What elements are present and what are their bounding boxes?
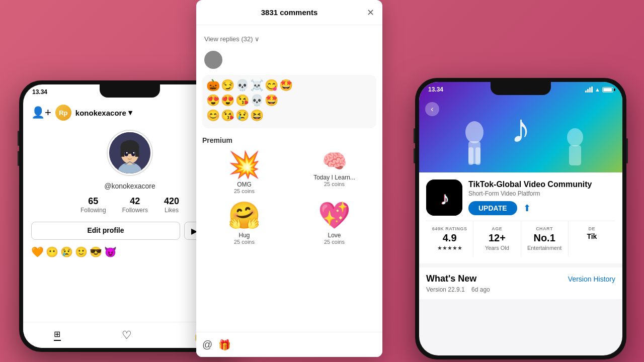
app-row: ♪ ♪ ♪ TikTok-Global Video Community Shor… [426, 179, 615, 216]
comment-input-bar: @ 🎁 [196, 332, 382, 357]
following-stat: 65 Following [80, 196, 106, 214]
sticker-love[interactable]: 💖 Love 25 coins [292, 200, 376, 245]
svg-rect-13 [468, 147, 473, 165]
sticker-grid: 💥 OMG 25 coins 🧠 Today I Learn... 25 coi… [202, 149, 376, 245]
tiktok-app-icon: ♪ ♪ ♪ [426, 179, 462, 216]
age-block: AGE 12+ Years Old [473, 221, 521, 256]
ig-username[interactable]: konokexacore ▾ [75, 108, 132, 117]
emoji-row-1: 🎃 😏 💀 ☠️ 😋 🤩 [206, 79, 372, 92]
emoji-row-3: 😊 😘 😢 😆 [206, 109, 372, 122]
sticker-omg[interactable]: 💥 OMG 25 coins [202, 149, 286, 194]
svg-point-9 [126, 152, 128, 154]
volume-up-button[interactable] [18, 131, 19, 146]
comments-title: 3831 comments [261, 8, 318, 17]
svg-text:♪: ♪ [511, 106, 531, 151]
svg-point-8 [131, 151, 135, 156]
svg-point-11 [465, 121, 484, 143]
svg-point-15 [567, 128, 583, 146]
sticker-hug[interactable]: 🤗 Hug 25 coins [202, 200, 286, 245]
close-button[interactable]: ✕ [367, 7, 374, 18]
appstore-hero-image: ‹ ♪ [419, 82, 622, 172]
volume-down-button-right[interactable] [414, 148, 415, 163]
appstore-notch [491, 82, 551, 95]
developer-block: DE Tik [569, 221, 615, 256]
at-mention-icon[interactable]: @ [202, 339, 212, 350]
followers-stat: 42 Followers [122, 196, 148, 214]
appstore-status-time: 13.34 [428, 86, 443, 93]
premium-label: Premium [202, 134, 376, 149]
tiktok-icon-svg: ♪ ♪ ♪ [426, 179, 462, 216]
version-history-link[interactable]: Version History [568, 275, 615, 283]
likes-stat: 420 Likes [164, 196, 179, 214]
emoji-keyboard: 🎃 😏 💀 ☠️ 😋 🤩 😍 😍 😘 💀 🤩 😊 😘 😢 😆 [202, 75, 376, 128]
app-subtitle: Short-Form Video Platform [468, 190, 615, 197]
app-name: TikTok-Global Video Community [468, 179, 615, 189]
ig-story-avatar[interactable]: Rp [55, 105, 71, 121]
hero-svg: ♪ [419, 82, 622, 172]
back-button[interactable]: ‹ [425, 102, 439, 116]
svg-rect-16 [569, 145, 581, 165]
nav-heart-icon[interactable]: ♡ [122, 329, 132, 342]
comments-content: View replies (32) ∨ [196, 25, 382, 75]
app-details: TikTok-Global Video Community Short-Form… [468, 179, 615, 215]
emoji-row-2: 😍 😍 😘 💀 🤩 [206, 94, 372, 107]
gift-icon[interactable]: 🎁 [218, 339, 231, 351]
appstore-info: ♪ ♪ ♪ TikTok-Global Video Community Shor… [419, 172, 622, 263]
share-button[interactable]: ⬆ [523, 203, 531, 214]
appstore-wifi-icon: ▲ [595, 86, 600, 93]
svg-rect-14 [475, 147, 480, 165]
tiktok-comments-panel: 3831 comments ✕ View replies (32) ∨ 🎃 😏 … [196, 0, 382, 357]
add-user-icon[interactable]: 👤+ [31, 106, 51, 119]
comments-header: 3831 comments ✕ [196, 0, 382, 25]
view-replies-link[interactable]: View replies (32) ∨ [204, 31, 374, 47]
update-button[interactable]: UPDATE [468, 201, 517, 215]
ratings-block: 649K RATINGS 4.9 ★★★★★ [426, 221, 473, 256]
appstore-screen: 13.34 ▲ ‹ [419, 82, 622, 355]
appstore-battery-icon [602, 87, 613, 93]
svg-point-10 [133, 152, 134, 154]
profile-picture[interactable] [108, 131, 152, 175]
notch [100, 84, 160, 98]
appstore-status-icons: ▲ [585, 86, 613, 93]
sticker-today-i-learn[interactable]: 🧠 Today I Learn... 25 coins [292, 149, 376, 194]
svg-point-7 [124, 151, 128, 156]
appstore-signal-icon [585, 86, 593, 93]
reply-avatar [204, 51, 222, 69]
appstore-phone: 13.34 ▲ ‹ [415, 78, 626, 359]
edit-profile-button[interactable]: Edit profile [31, 222, 180, 240]
app-actions: UPDATE ⬆ [468, 201, 615, 215]
sticker-section: Premium 💥 OMG 25 coins 🧠 Today I Learn..… [196, 128, 382, 251]
svg-text:♪: ♪ [440, 188, 449, 209]
power-button-right[interactable] [626, 138, 628, 163]
volume-down-button[interactable] [18, 151, 19, 166]
whats-new-title: What's New [426, 274, 476, 284]
ig-header-left: 👤+ Rp konokexacore ▾ [31, 105, 132, 121]
status-time: 13.34 [32, 88, 47, 96]
version-info: Version 22.9.1 6d ago [426, 286, 615, 293]
volume-up-button-right[interactable] [414, 128, 415, 143]
profile-avatar-svg [109, 132, 150, 174]
whats-new-section: What's New Version History Version 22.9.… [419, 267, 622, 299]
nav-grid-icon[interactable]: ⊞ [54, 329, 61, 341]
whats-new-header: What's New Version History [426, 274, 615, 284]
app-ratings-row: 649K RATINGS 4.9 ★★★★★ AGE 12+ Years Old… [426, 221, 615, 256]
chart-block: CHART No.1 Entertainment [521, 221, 569, 256]
